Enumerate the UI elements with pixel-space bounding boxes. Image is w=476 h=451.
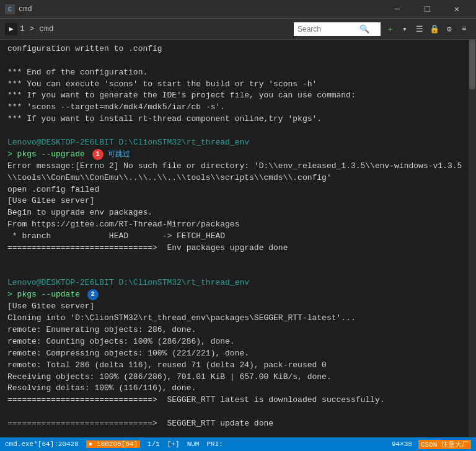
status-size: 94×38: [392, 440, 412, 448]
status-process: cmd.exe*[64]:20420: [5, 440, 79, 448]
minimize-button[interactable]: ─: [383, 0, 412, 19]
scrollbar-track[interactable]: [469, 40, 476, 437]
status-bar: cmd.exe*[64]:20420 ● 180206[64] 1/1 [+] …: [0, 437, 476, 451]
status-position1: ● 180206[64]: [86, 440, 140, 448]
maximize-button[interactable]: □: [413, 0, 441, 19]
settings-icon[interactable]: ⚙: [443, 22, 456, 36]
window-title: cmd: [19, 5, 383, 14]
tab-bar: ▶ 1 > cmd 🔍 ＋ ▾ ☰ 🔒 ⚙ ≡: [0, 19, 476, 40]
status-extra: CSDN 注意大厂: [418, 440, 471, 449]
terminal-output: configuration written to .config *** End…: [0, 40, 476, 437]
status-pri: PRI:: [206, 440, 223, 448]
lock-icon[interactable]: 🔒: [428, 22, 441, 36]
close-button[interactable]: ✕: [443, 0, 471, 19]
dropdown-icon[interactable]: ▾: [398, 22, 412, 36]
panel-icon[interactable]: ☰: [413, 22, 426, 36]
search-icon[interactable]: 🔍: [359, 24, 369, 34]
badge-2: 2: [87, 289, 99, 300]
status-num: NUM: [187, 440, 200, 448]
toolbar: ＋ ▾ ☰ 🔒 ⚙ ≡: [383, 22, 471, 36]
search-box[interactable]: 🔍: [294, 22, 381, 36]
scrollbar-thumb[interactable]: [469, 40, 475, 89]
tab-icon: ▶: [5, 23, 17, 35]
skip-link[interactable]: 可跳过: [108, 150, 130, 159]
status-position2: 1/1: [148, 440, 160, 448]
branch-label: branch: [22, 231, 51, 241]
terminal-content: configuration written to .config *** End…: [7, 43, 469, 437]
more-icon[interactable]: ≡: [457, 22, 471, 36]
badge-1: 1: [92, 149, 104, 160]
app-icon: C: [5, 4, 15, 14]
status-insert: [+]: [167, 440, 180, 448]
window-controls: ─ □ ✕: [383, 0, 471, 19]
status-right: 94×38 CSDN 注意大厂: [392, 440, 471, 449]
title-bar: C cmd ─ □ ✕: [0, 0, 476, 19]
search-input[interactable]: [298, 25, 359, 33]
tab-label[interactable]: 1 > cmd: [20, 24, 54, 33]
add-icon[interactable]: ＋: [383, 22, 397, 36]
